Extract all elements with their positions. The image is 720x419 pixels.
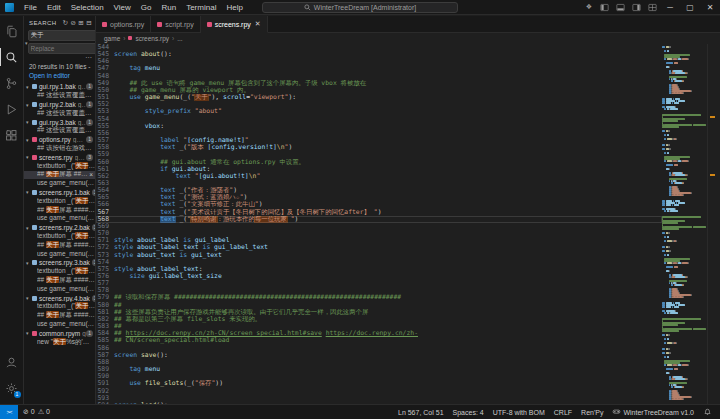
menu-item-go[interactable]: Go — [136, 3, 157, 12]
code-line[interactable]: 582## 幕都是以第三个屏幕 file_slots 来实现的。 — [96, 316, 662, 323]
open-in-editor-link[interactable]: Open in editor — [29, 72, 70, 79]
extensions-icon[interactable] — [0, 122, 24, 148]
code-line[interactable]: 549 ## 此 use 语句将 game_menu 屏幕包含到了这个屏幕内。子… — [96, 80, 662, 87]
status-eol[interactable]: CRLF — [554, 409, 572, 416]
close-tab-icon[interactable]: ✕ — [255, 20, 261, 28]
code-line[interactable]: 563 — [96, 180, 662, 187]
copilot-icon[interactable]: ❖ — [582, 3, 596, 11]
search-input[interactable] — [29, 32, 96, 39]
code-line[interactable]: 569 — [96, 223, 662, 230]
code-line[interactable]: 545screen about(): — [96, 51, 662, 58]
search-result-match-row[interactable]: ## 这些设置覆盖了不同类... — [24, 91, 95, 100]
refresh-icon[interactable]: ↻ — [63, 19, 69, 27]
code-line[interactable]: 581## 这些屏幕负责让用户保存游戏并能够再次读取。由于它们几乎完全一样，因此… — [96, 309, 662, 316]
search-result-file-row[interactable]: ▾gui.rpy.2.bakgame1 — [24, 100, 95, 109]
run-debug-icon[interactable] — [0, 96, 24, 122]
code-editor[interactable]: 544545screen about():546547 tag menu5485… — [96, 44, 662, 404]
search-result-match-row[interactable]: use game_menu(_("关于"), s... — [24, 250, 95, 259]
open-in-editor-icon[interactable]: ⊞ — [78, 19, 84, 27]
status-indentation[interactable]: Spaces: 4 — [453, 409, 484, 416]
search-result-match-row[interactable]: ## 关于屏幕 ############## — [24, 311, 95, 320]
search-result-match-row[interactable]: use game_menu(_("关于"), s... — [24, 320, 95, 329]
search-result-match-row[interactable]: ## 关于屏幕 ############ 显× — [24, 171, 95, 180]
menu-item-help[interactable]: Help — [221, 3, 247, 12]
toggle-sidebar-icon[interactable] — [596, 0, 612, 14]
code-line[interactable]: 584## https://doc.renpy.cn/zh-CN/screen_… — [96, 330, 662, 337]
code-line[interactable]: 580## — [96, 302, 662, 309]
menu-item-edit[interactable]: Edit — [42, 3, 66, 12]
dismiss-match-icon[interactable]: × — [89, 171, 93, 178]
minimize-button[interactable]: ─ — [660, 0, 680, 14]
toggle-panel-icon[interactable] — [612, 0, 628, 14]
settings-icon[interactable]: 1 — [0, 375, 24, 401]
search-result-file-row[interactable]: ▾screens.rpygame3 — [24, 153, 95, 162]
code-line[interactable]: 564 text _("作者：游荡者") — [96, 187, 662, 194]
code-line[interactable]: 575style about_label_text: — [96, 266, 662, 273]
search-result-match-row[interactable]: ## 这些设置覆盖了不同类... — [24, 127, 95, 136]
search-result-file-row[interactable]: ▾screens.rpy.2.bakga...3 — [24, 223, 95, 232]
search-result-match-row[interactable]: textbutton _("关于") action ... — [24, 267, 95, 276]
search-result-match-row[interactable]: ## 关于屏幕 ############## — [24, 206, 95, 215]
code-line[interactable]: 578 — [96, 287, 662, 294]
search-result-match-row[interactable]: use game_menu(_("关于"), s... — [24, 214, 95, 223]
code-line[interactable]: 558 text _("版本 [config.version!t]\n") — [96, 144, 662, 151]
code-line[interactable]: 551 use game_menu(_("关于"), scroll="viewp… — [96, 94, 662, 101]
code-line[interactable]: 570 — [96, 230, 662, 237]
code-line[interactable]: 587screen save(): — [96, 352, 662, 359]
code-line[interactable]: 550 ## game_menu 屏幕的 viewport 内。 — [96, 87, 662, 94]
code-line[interactable]: 577 — [96, 280, 662, 287]
breadcrumb-folder[interactable]: game — [104, 35, 120, 42]
code-line[interactable]: 546 — [96, 58, 662, 65]
source-control-icon[interactable] — [0, 70, 24, 96]
search-result-match-row[interactable]: textbutton _("关于") action ... — [24, 232, 95, 241]
breadcrumb[interactable]: game › screens.rpy › ... — [96, 33, 720, 43]
code-line[interactable]: 573style about_text is gui_text — [96, 252, 662, 259]
code-line[interactable]: 557 label "[config.name!t]" — [96, 137, 662, 144]
code-line[interactable]: 556 — [96, 130, 662, 137]
menu-item-terminal[interactable]: Terminal — [181, 3, 221, 12]
menu-item-run[interactable]: Run — [156, 3, 181, 12]
code-line[interactable]: 579## 读取和保存屏幕 ##########################… — [96, 294, 662, 301]
code-line[interactable]: 586 — [96, 345, 662, 352]
code-line[interactable]: 576 size gui.label_text_size — [96, 273, 662, 280]
search-result-match-row[interactable]: ## 这些设置覆盖了不同类... — [24, 109, 95, 118]
breadcrumb-symbol[interactable]: ... — [177, 35, 182, 42]
remote-indicator[interactable]: >< — [0, 405, 18, 419]
code-line[interactable]: 560 ## gui.about 通常在 options.rpy 中设置。 — [96, 159, 662, 166]
account-icon[interactable] — [0, 349, 24, 375]
explorer-icon[interactable] — [0, 18, 24, 44]
collapse-all-icon[interactable]: ⊟ — [86, 19, 92, 27]
search-result-file-row[interactable]: ▾screens.rpy.3.bakga...3 — [24, 258, 95, 267]
menu-item-view[interactable]: View — [109, 3, 136, 12]
search-result-match-row[interactable]: ## 关于屏幕 ############## — [24, 241, 95, 250]
search-result-match-row[interactable]: ## 该按钮在游戏内 '关于' 屏幕。 — [24, 144, 95, 153]
warnings-indicator[interactable]: ⚠ 0 — [38, 408, 50, 416]
code-line[interactable]: 572style about_label_text is gui_label_t… — [96, 244, 662, 251]
close-button[interactable]: ✕ — [700, 0, 720, 14]
code-line[interactable]: 565 text _("测试：蓝酒娘ハ☆") — [96, 194, 662, 201]
code-line[interactable]: 566 text _("文案细节修正：此牛山") — [96, 201, 662, 208]
code-line[interactable]: 547 tag menu — [96, 65, 662, 72]
search-result-file-row[interactable]: ▾gui.rpy.3.bakgame1 — [24, 118, 95, 127]
code-line[interactable]: 554 — [96, 116, 662, 123]
status-renpy-project[interactable]: WinterTreeDream v1.0 — [612, 407, 694, 417]
status-encoding[interactable]: UTF-8 with BOM — [493, 409, 545, 416]
code-line[interactable]: 552 — [96, 101, 662, 108]
search-result-match-row[interactable]: ## 关于屏幕 ############## — [24, 276, 95, 285]
code-line[interactable]: 590 — [96, 373, 662, 380]
code-line[interactable]: 568 text _("特别鸣谢：游玩本作的每一位玩家 ") — [96, 216, 662, 223]
code-line[interactable]: 588 — [96, 359, 662, 366]
status-notifications[interactable] — [703, 407, 712, 417]
tab-script-rpy[interactable]: script.rpy — [151, 16, 200, 32]
code-line[interactable]: 559 — [96, 151, 662, 158]
menu-item-file[interactable]: File — [19, 3, 42, 12]
search-icon[interactable] — [0, 44, 24, 70]
customize-layout-icon[interactable] — [644, 0, 660, 14]
replace-input[interactable] — [29, 45, 96, 52]
status-language-mode[interactable]: Ren'Py — [581, 409, 603, 416]
search-result-match-row[interactable]: use game_menu(_("关于"), s... — [24, 285, 95, 294]
tab-screens-rpy[interactable]: screens.rpy✕ — [201, 16, 268, 33]
search-result-file-row[interactable]: ▾options.rpygame1 — [24, 135, 95, 144]
search-result-match-row[interactable]: textbutton _("关于") action ... — [24, 197, 95, 206]
code-line[interactable]: 571style about_label is gui_label — [96, 237, 662, 244]
